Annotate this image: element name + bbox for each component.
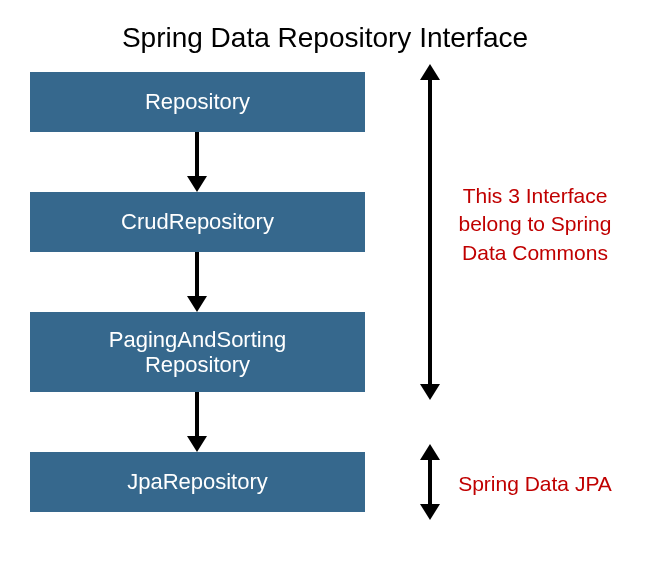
arrow-paging-to-jpa: [187, 392, 207, 452]
annotation-commons-text: This 3 Interface belong to Spring Data C…: [459, 184, 612, 264]
bracket-commons: [420, 64, 440, 400]
box-jpa-repository: JpaRepository: [30, 452, 365, 512]
box-crud-repository: CrudRepository: [30, 192, 365, 252]
arrow-repo-to-crud: [187, 132, 207, 192]
box-repository-label: Repository: [145, 89, 250, 114]
annotation-commons: This 3 Interface belong to Spring Data C…: [450, 182, 620, 267]
annotation-jpa: Spring Data JPA: [450, 470, 620, 498]
arrow-crud-to-paging: [187, 252, 207, 312]
box-jpa-repository-label: JpaRepository: [127, 469, 268, 494]
diagram-canvas: Repository CrudRepository PagingAndSorti…: [30, 72, 630, 562]
annotation-jpa-text: Spring Data JPA: [458, 472, 612, 495]
box-repository: Repository: [30, 72, 365, 132]
box-paging-sorting-repository-label: PagingAndSorting Repository: [109, 327, 286, 378]
diagram-title: Spring Data Repository Interface: [0, 0, 650, 54]
box-crud-repository-label: CrudRepository: [121, 209, 274, 234]
box-paging-sorting-repository: PagingAndSorting Repository: [30, 312, 365, 392]
bracket-jpa: [420, 444, 440, 520]
